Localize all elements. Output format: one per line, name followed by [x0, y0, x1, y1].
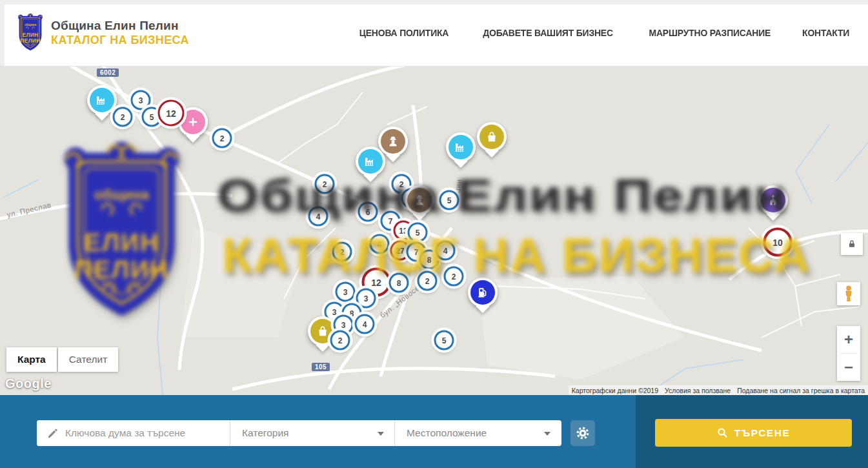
search-fields: Категория Местоположение: [37, 420, 561, 446]
cluster-count: 6: [366, 207, 370, 216]
cluster-marker[interactable]: 2: [444, 267, 464, 287]
lock-pan-button[interactable]: [841, 233, 863, 255]
header: общинаЕЛИНПЕЛИН Община Елин Пелин КАТАЛО…: [0, 0, 868, 66]
svg-text:ЕЛИН: ЕЛИН: [23, 31, 39, 37]
factory-pin[interactable]: [446, 132, 476, 162]
map-view-button[interactable]: Карта: [6, 347, 57, 372]
fuel-icon: [470, 280, 495, 305]
cluster-count: 2: [220, 134, 225, 143]
gear-icon: [576, 426, 590, 440]
nav-item-route-schedule[interactable]: МАРШРУТНО РАЗПИСАНИЕ: [649, 27, 771, 39]
zoom-control: + −: [837, 326, 860, 381]
terms-link[interactable]: Условия за ползване: [661, 387, 734, 394]
shopping-bag-icon: [479, 125, 504, 149]
factory-icon: [90, 88, 114, 112]
factory-pin[interactable]: [356, 147, 385, 176]
map-canvas[interactable]: ул. Преславциибул. „Новосел6002105 32512…: [0, 66, 868, 395]
search-icon: [717, 427, 728, 438]
cluster-count: 4: [363, 320, 367, 329]
worker-pin[interactable]: [405, 185, 434, 215]
cluster-marker[interactable]: 3: [356, 289, 376, 309]
site-logo[interactable]: общинаЕЛИНПЕЛИН Община Елин Пелин КАТАЛО…: [16, 14, 189, 53]
cluster-count: 4: [378, 239, 382, 249]
cluster-count: 3: [332, 307, 337, 316]
cluster-marker[interactable]: 5: [408, 223, 428, 243]
cluster-count: 2: [338, 336, 343, 345]
cluster-marker[interactable]: 2: [330, 331, 350, 351]
nav-item-contacts[interactable]: КОНТАКТИ: [802, 27, 849, 39]
cluster-count: 27: [396, 246, 404, 255]
cluster-marker[interactable]: 2: [332, 242, 352, 262]
worker-pin[interactable]: [378, 127, 408, 156]
cluster-count: 7: [389, 216, 393, 225]
cluster-count: 3: [139, 96, 143, 105]
search-bar: Категория Местоположение ТЪРСЕНЕ: [0, 395, 868, 468]
keyword-field: [37, 420, 230, 446]
location-select[interactable]: Местоположение: [395, 420, 561, 446]
cluster-marker[interactable]: 12: [158, 100, 185, 127]
nav-item-add-business[interactable]: ДОБАВЕТЕ ВАШИЯТ БИЗНЕС: [483, 27, 613, 39]
cluster-count: 8: [350, 309, 354, 318]
cluster-marker[interactable]: 4: [436, 241, 456, 261]
cluster-count: 2: [121, 112, 125, 121]
svg-text:ПЕЛИН: ПЕЛИН: [20, 37, 40, 44]
cluster-count: 5: [416, 228, 420, 237]
cluster-count: 4: [443, 246, 448, 255]
cluster-marker[interactable]: 2: [315, 174, 335, 194]
location-value: Местоположение: [407, 427, 487, 439]
factory-pin[interactable]: [87, 85, 117, 115]
zoom-out-button[interactable]: −: [837, 354, 860, 381]
shopping-bag-pin[interactable]: [477, 122, 507, 152]
cluster-marker[interactable]: 4: [370, 234, 390, 254]
logo-subtitle: КАТАЛОГ НА БИЗНЕСА: [51, 34, 189, 47]
church-pin[interactable]: [758, 185, 788, 215]
search-button[interactable]: ТЪРСЕНЕ: [655, 419, 852, 447]
fuel-pin[interactable]: [468, 278, 498, 307]
factory-icon: [449, 135, 473, 159]
worker-icon: [381, 129, 405, 154]
cluster-count: 13: [399, 226, 407, 235]
cluster-marker[interactable]: 10: [763, 228, 792, 257]
cluster-marker[interactable]: 4: [308, 207, 328, 227]
cluster-count: 5: [447, 196, 452, 205]
municipality-crest-icon: общинаЕЛИНПЕЛИН: [16, 14, 45, 53]
chevron-down-icon: [544, 432, 550, 436]
satellite-view-button[interactable]: Сателит: [58, 347, 118, 372]
cluster-marker[interactable]: 2: [418, 271, 438, 291]
cluster-marker[interactable]: 8: [389, 273, 409, 293]
worker-icon: [407, 188, 432, 212]
category-value: Категория: [242, 427, 288, 439]
pegman-icon: [842, 285, 856, 302]
cluster-marker[interactable]: 2: [212, 128, 232, 148]
markers-layer: 32512222354671354227784128223338342510: [0, 66, 868, 395]
report-error-link[interactable]: Подаване на сигнал за грешка в картата: [734, 387, 868, 394]
cluster-marker[interactable]: 5: [439, 190, 459, 210]
advanced-search-button[interactable]: [570, 420, 595, 446]
cluster-count: 12: [371, 277, 381, 287]
cluster-count: 8: [397, 278, 401, 287]
cluster-count: 2: [452, 272, 456, 281]
cluster-marker[interactable]: 5: [434, 331, 454, 351]
cluster-marker[interactable]: 6: [358, 202, 378, 222]
cluster-count: 2: [323, 179, 327, 188]
cluster-count: 3: [343, 287, 348, 296]
map-copyright: Картографски данни ©2019: [569, 387, 661, 394]
cluster-count: 2: [340, 247, 345, 256]
pencil-icon: [46, 427, 59, 442]
map-attribution: Картографски данни ©2019 Условия за полз…: [569, 385, 868, 395]
logo-title: Община Елин Пелин: [51, 19, 189, 33]
cluster-marker[interactable]: 2: [113, 107, 133, 127]
google-logo[interactable]: Google: [5, 376, 52, 391]
cluster-count: 2: [399, 179, 404, 188]
cluster-marker[interactable]: 3: [336, 282, 356, 302]
category-select[interactable]: Категория: [230, 420, 395, 446]
zoom-in-button[interactable]: +: [837, 326, 860, 353]
pegman-control[interactable]: [837, 282, 860, 305]
cluster-marker[interactable]: 4: [355, 314, 375, 334]
nav-item-pricing[interactable]: ЦЕНОВА ПОЛИТИКА: [359, 27, 449, 39]
map-type-control: Карта Сателит: [6, 347, 118, 372]
keyword-input[interactable]: [37, 420, 230, 446]
plus-icon: [181, 110, 205, 134]
search-button-label: ТЪРСЕНЕ: [734, 427, 790, 439]
svg-text:община: община: [25, 22, 37, 26]
